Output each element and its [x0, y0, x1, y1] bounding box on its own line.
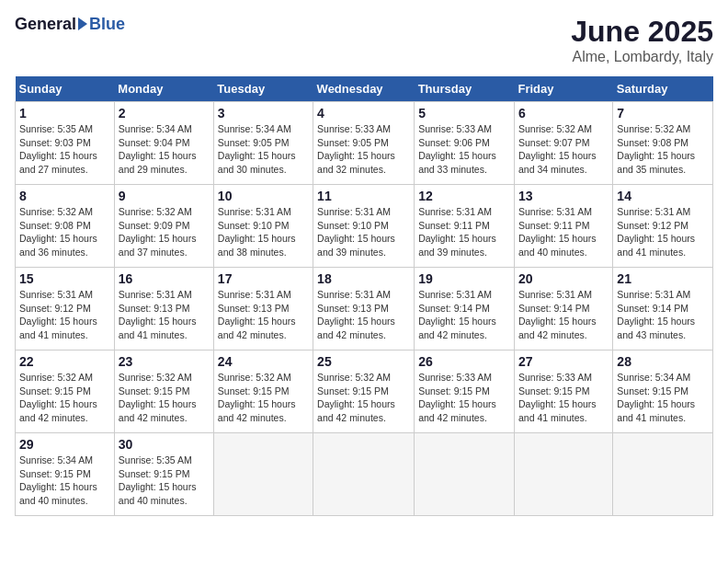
day-number: 10 — [218, 189, 309, 203]
day-number: 6 — [518, 106, 609, 121]
header-thursday: Thursday — [415, 76, 515, 102]
day-info: Sunrise: 5:31 AMSunset: 9:14 PMDaylight:… — [418, 289, 496, 340]
calendar-cell: 11 Sunrise: 5:31 AMSunset: 9:10 PMDaylig… — [313, 185, 415, 268]
calendar-cell: 17 Sunrise: 5:31 AMSunset: 9:13 PMDaylig… — [213, 268, 313, 350]
calendar-cell: 27 Sunrise: 5:33 AMSunset: 9:15 PMDaylig… — [514, 350, 612, 433]
day-number: 8 — [19, 189, 110, 203]
day-number: 19 — [418, 271, 510, 286]
calendar-cell: 18 Sunrise: 5:31 AMSunset: 9:13 PMDaylig… — [313, 268, 415, 350]
day-number: 30 — [119, 437, 210, 452]
day-info: Sunrise: 5:32 AMSunset: 9:15 PMDaylight:… — [119, 372, 197, 423]
day-number: 16 — [119, 271, 210, 286]
calendar-cell: 19 Sunrise: 5:31 AMSunset: 9:14 PMDaylig… — [415, 268, 515, 350]
day-info: Sunrise: 5:31 AMSunset: 9:13 PMDaylight:… — [317, 289, 395, 340]
calendar-row: 15 Sunrise: 5:31 AMSunset: 9:12 PMDaylig… — [16, 268, 713, 350]
calendar-cell: 12 Sunrise: 5:31 AMSunset: 9:11 PMDaylig… — [415, 185, 515, 268]
calendar-cell: 24 Sunrise: 5:32 AMSunset: 9:15 PMDaylig… — [213, 350, 313, 433]
calendar-cell: 20 Sunrise: 5:31 AMSunset: 9:14 PMDaylig… — [514, 268, 612, 350]
calendar-row: 29 Sunrise: 5:34 AMSunset: 9:15 PMDaylig… — [16, 433, 713, 516]
day-number: 11 — [317, 189, 410, 203]
calendar-cell: 14 Sunrise: 5:31 AMSunset: 9:12 PMDaylig… — [613, 185, 713, 268]
day-info: Sunrise: 5:32 AMSunset: 9:15 PMDaylight:… — [317, 372, 395, 423]
day-number: 9 — [119, 189, 210, 203]
day-number: 29 — [19, 437, 110, 452]
calendar-header-row: Sunday Monday Tuesday Wednesday Thursday… — [16, 76, 713, 102]
page-header: General Blue June 2025 Alme, Lombardy, I… — [15, 15, 713, 65]
calendar-cell: 13 Sunrise: 5:31 AMSunset: 9:11 PMDaylig… — [514, 185, 612, 268]
day-number: 27 — [518, 354, 609, 369]
day-info: Sunrise: 5:32 AMSunset: 9:09 PMDaylight:… — [119, 206, 197, 258]
header-monday: Monday — [114, 76, 213, 102]
day-number: 13 — [518, 189, 609, 203]
day-number: 18 — [317, 271, 410, 286]
day-number: 7 — [617, 106, 709, 121]
day-info: Sunrise: 5:31 AMSunset: 9:10 PMDaylight:… — [317, 206, 395, 258]
calendar-row: 8 Sunrise: 5:32 AMSunset: 9:08 PMDayligh… — [16, 185, 713, 268]
day-number: 28 — [617, 354, 709, 369]
page-title: June 2025 — [571, 15, 713, 49]
calendar-cell — [313, 433, 415, 516]
calendar-cell — [613, 433, 713, 516]
day-info: Sunrise: 5:32 AMSunset: 9:15 PMDaylight:… — [19, 372, 97, 423]
day-info: Sunrise: 5:35 AMSunset: 9:15 PMDaylight:… — [119, 454, 197, 506]
day-info: Sunrise: 5:31 AMSunset: 9:10 PMDaylight:… — [218, 206, 296, 258]
day-info: Sunrise: 5:32 AMSunset: 9:07 PMDaylight:… — [518, 123, 597, 175]
day-info: Sunrise: 5:31 AMSunset: 9:14 PMDaylight:… — [617, 289, 695, 340]
day-number: 2 — [119, 106, 210, 121]
day-info: Sunrise: 5:32 AMSunset: 9:08 PMDaylight:… — [19, 206, 97, 258]
day-number: 5 — [418, 106, 510, 121]
logo: General Blue — [15, 15, 125, 34]
calendar-cell: 21 Sunrise: 5:31 AMSunset: 9:14 PMDaylig… — [613, 268, 713, 350]
day-info: Sunrise: 5:33 AMSunset: 9:15 PMDaylight:… — [518, 372, 597, 423]
calendar-cell: 4 Sunrise: 5:33 AMSunset: 9:05 PMDayligh… — [313, 102, 415, 185]
calendar-cell — [514, 433, 612, 516]
day-info: Sunrise: 5:35 AMSunset: 9:03 PMDaylight:… — [19, 123, 97, 175]
header-saturday: Saturday — [613, 76, 713, 102]
header-wednesday: Wednesday — [313, 76, 415, 102]
day-number: 26 — [418, 354, 510, 369]
day-number: 14 — [617, 189, 709, 203]
day-info: Sunrise: 5:34 AMSunset: 9:15 PMDaylight:… — [617, 372, 695, 423]
day-info: Sunrise: 5:34 AMSunset: 9:05 PMDaylight:… — [218, 123, 296, 175]
calendar-cell: 25 Sunrise: 5:32 AMSunset: 9:15 PMDaylig… — [313, 350, 415, 433]
day-info: Sunrise: 5:33 AMSunset: 9:06 PMDaylight:… — [418, 123, 496, 175]
day-info: Sunrise: 5:31 AMSunset: 9:13 PMDaylight:… — [119, 289, 197, 340]
calendar-cell: 3 Sunrise: 5:34 AMSunset: 9:05 PMDayligh… — [213, 102, 313, 185]
day-number: 20 — [518, 271, 609, 286]
day-number: 4 — [317, 106, 410, 121]
logo-blue-text: Blue — [89, 15, 125, 34]
day-number: 3 — [218, 106, 309, 121]
day-info: Sunrise: 5:34 AMSunset: 9:04 PMDaylight:… — [119, 123, 197, 175]
calendar-cell: 1 Sunrise: 5:35 AMSunset: 9:03 PMDayligh… — [16, 102, 115, 185]
calendar-cell: 23 Sunrise: 5:32 AMSunset: 9:15 PMDaylig… — [114, 350, 213, 433]
calendar-cell: 30 Sunrise: 5:35 AMSunset: 9:15 PMDaylig… — [114, 433, 213, 516]
day-info: Sunrise: 5:32 AMSunset: 9:15 PMDaylight:… — [218, 372, 296, 423]
calendar-row: 22 Sunrise: 5:32 AMSunset: 9:15 PMDaylig… — [16, 350, 713, 433]
day-number: 23 — [119, 354, 210, 369]
header-friday: Friday — [514, 76, 612, 102]
day-info: Sunrise: 5:31 AMSunset: 9:12 PMDaylight:… — [617, 206, 695, 258]
day-info: Sunrise: 5:34 AMSunset: 9:15 PMDaylight:… — [19, 454, 97, 506]
day-info: Sunrise: 5:31 AMSunset: 9:14 PMDaylight:… — [518, 289, 597, 340]
header-tuesday: Tuesday — [213, 76, 313, 102]
day-info: Sunrise: 5:33 AMSunset: 9:05 PMDaylight:… — [317, 123, 395, 175]
day-info: Sunrise: 5:31 AMSunset: 9:11 PMDaylight:… — [518, 206, 597, 258]
day-number: 15 — [19, 271, 110, 286]
calendar-cell: 16 Sunrise: 5:31 AMSunset: 9:13 PMDaylig… — [114, 268, 213, 350]
calendar-cell — [213, 433, 313, 516]
calendar-table: Sunday Monday Tuesday Wednesday Thursday… — [15, 76, 713, 516]
calendar-cell — [415, 433, 515, 516]
day-number: 17 — [218, 271, 309, 286]
calendar-cell: 8 Sunrise: 5:32 AMSunset: 9:08 PMDayligh… — [16, 185, 115, 268]
page-subtitle: Alme, Lombardy, Italy — [571, 49, 713, 65]
day-info: Sunrise: 5:31 AMSunset: 9:12 PMDaylight:… — [19, 289, 97, 340]
calendar-cell: 2 Sunrise: 5:34 AMSunset: 9:04 PMDayligh… — [114, 102, 213, 185]
calendar-cell: 28 Sunrise: 5:34 AMSunset: 9:15 PMDaylig… — [613, 350, 713, 433]
calendar-cell: 22 Sunrise: 5:32 AMSunset: 9:15 PMDaylig… — [16, 350, 115, 433]
day-number: 22 — [19, 354, 110, 369]
logo-general-text: General — [15, 15, 76, 34]
day-number: 24 — [218, 354, 309, 369]
day-number: 21 — [617, 271, 709, 286]
calendar-cell: 29 Sunrise: 5:34 AMSunset: 9:15 PMDaylig… — [16, 433, 115, 516]
day-number: 1 — [19, 106, 110, 121]
